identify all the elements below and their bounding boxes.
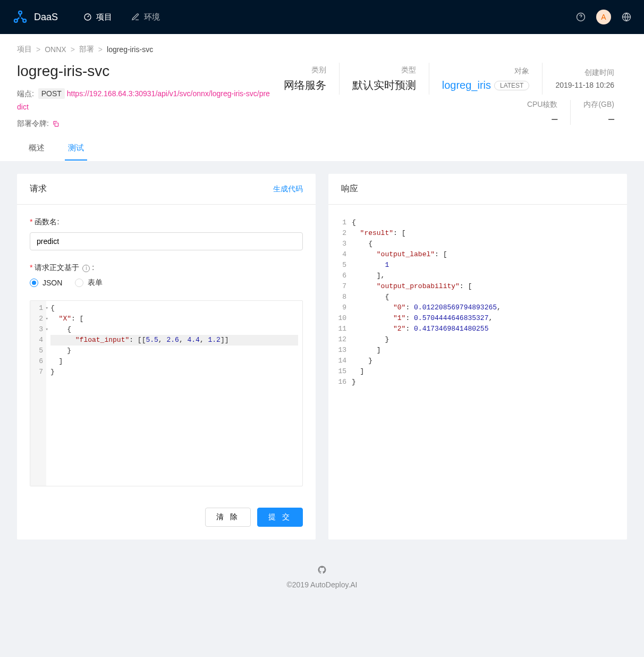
info-icon[interactable]: i — [82, 265, 90, 272]
tabs: 概述 测试 — [17, 136, 627, 161]
page-title: logreg-iris-svc — [17, 63, 271, 80]
footer: ©2019 AutoDeploy.AI — [0, 552, 644, 602]
breadcrumb-onnx[interactable]: ONNX — [45, 45, 66, 54]
tab-test[interactable]: 测试 — [56, 136, 96, 161]
meta-row1: 类别 网络服务 类型 默认实时预测 对象 logreg_irisLATEST 创… — [271, 63, 627, 95]
request-card: 请求 生成代码 *函数名: *请求正文基于 i : JSON 表单 123456… — [17, 174, 316, 540]
header-left: DaaS 项目 环境 — [13, 10, 160, 24]
help-icon[interactable] — [576, 12, 586, 22]
response-gutter: 12345678910111213141516 — [333, 217, 352, 388]
copy-icon[interactable] — [52, 120, 60, 128]
meta-object-value: logreg_irisLATEST — [442, 79, 530, 91]
meta-row2: CPU核数 – 内存(GB) – — [271, 100, 627, 125]
response-card: 响应 12345678910111213141516 { "result": [… — [328, 174, 627, 540]
meta-object-label: 对象 — [442, 66, 530, 76]
breadcrumb-deploy[interactable]: 部署 — [79, 45, 94, 54]
request-gutter: 1234567 — [30, 301, 46, 486]
nav-projects[interactable]: 项目 — [83, 12, 112, 22]
radio-form[interactable]: 表单 — [75, 278, 103, 288]
deploy-token: 部署令牌: — [17, 119, 271, 129]
meta-type-label: 类型 — [352, 65, 416, 75]
meta-created-label: 创建时间 — [555, 68, 614, 78]
avatar-letter: A — [601, 13, 606, 21]
func-name-text: 函数名: — [35, 217, 59, 226]
radio-form-label: 表单 — [88, 278, 103, 288]
breadcrumb: 项目 > ONNX > 部署 > logreg-iris-svc — [17, 45, 627, 54]
response-header: 响应 — [328, 174, 627, 205]
breadcrumb-current: logreg-iris-svc — [107, 45, 153, 54]
request-header: 请求 生成代码 — [17, 174, 316, 205]
meta-type: 类型 默认实时预测 — [339, 63, 429, 95]
page-title-left: logreg-iris-svc 端点: POST https://192.168… — [17, 63, 271, 129]
tab-overview[interactable]: 概述 — [17, 136, 56, 161]
meta-category: 类别 网络服务 — [271, 63, 339, 95]
meta-mem-value: – — [583, 113, 614, 125]
brand-logo[interactable]: DaaS — [13, 10, 58, 24]
header-right: A — [576, 10, 631, 24]
globe-icon[interactable] — [622, 12, 631, 22]
object-tag: LATEST — [494, 81, 529, 90]
page-title-row: logreg-iris-svc 端点: POST https://192.168… — [17, 63, 627, 129]
nav-envs[interactable]: 环境 — [131, 12, 160, 22]
meta-category-value: 网络服务 — [284, 78, 326, 92]
endpoint-label: 端点: — [17, 89, 34, 98]
meta-cpu-value: – — [527, 113, 558, 125]
meta-cpu: CPU核数 – — [514, 100, 571, 125]
meta-mem: 内存(GB) – — [570, 100, 627, 125]
response-title: 响应 — [341, 183, 358, 195]
request-code[interactable]: { "X": [ { "float_input": [[5.5, 2.6, 4.… — [46, 301, 302, 486]
app-header: DaaS 项目 环境 A — [0, 0, 644, 34]
endpoint: 端点: POST https://192.168.64.3:30931/api/… — [17, 87, 271, 114]
radio-dot-icon — [30, 279, 38, 287]
request-editor[interactable]: 1234567 { "X": [ { "float_input": [[5.5,… — [30, 300, 303, 486]
request-actions: 清 除 提 交 — [17, 499, 316, 540]
breadcrumb-sep: > — [36, 45, 40, 54]
request-title: 请求 — [30, 183, 47, 195]
response-editor[interactable]: 12345678910111213141516 { "result": [ { … — [328, 205, 627, 400]
meta-created: 创建时间 2019-11-18 10:26 — [542, 63, 627, 95]
breadcrumb-sep: > — [98, 45, 103, 54]
logo-icon — [13, 10, 28, 24]
svg-rect-6 — [55, 123, 58, 127]
object-link[interactable]: logreg_iris — [442, 79, 491, 91]
dashboard-icon — [83, 13, 92, 21]
brand-name: DaaS — [34, 12, 58, 23]
request-body: *函数名: *请求正文基于 i : JSON 表单 1234567 { "X":… — [17, 205, 316, 499]
edit-icon — [131, 13, 140, 21]
generate-code-link[interactable]: 生成代码 — [273, 184, 303, 194]
github-icon[interactable] — [317, 565, 327, 575]
top-nav: 项目 环境 — [83, 12, 160, 22]
nav-projects-label: 项目 — [96, 12, 112, 22]
func-name-input[interactable] — [30, 232, 303, 250]
body-basis-text: 请求正文基于 — [35, 263, 79, 272]
meta-block: 类别 网络服务 类型 默认实时预测 对象 logreg_irisLATEST 创… — [271, 63, 627, 129]
meta-created-value: 2019-11-18 10:26 — [555, 81, 614, 89]
http-method: POST — [38, 88, 65, 99]
radio-json[interactable]: JSON — [30, 278, 62, 288]
meta-category-label: 类别 — [284, 65, 326, 75]
radio-json-label: JSON — [43, 279, 62, 287]
avatar[interactable]: A — [596, 10, 611, 24]
body-radio-group: JSON 表单 — [30, 278, 303, 288]
nav-envs-label: 环境 — [144, 12, 160, 22]
main: 请求 生成代码 *函数名: *请求正文基于 i : JSON 表单 123456… — [0, 161, 644, 552]
radio-dot-icon — [75, 279, 83, 287]
func-name-label: *函数名: — [30, 217, 303, 227]
clear-button[interactable]: 清 除 — [205, 508, 251, 527]
breadcrumb-sep: > — [71, 45, 75, 54]
content-header: 项目 > ONNX > 部署 > logreg-iris-svc logreg-… — [0, 34, 644, 161]
body-basis-label: *请求正文基于 i : — [30, 263, 303, 273]
meta-object: 对象 logreg_irisLATEST — [429, 63, 543, 95]
meta-mem-label: 内存(GB) — [583, 100, 614, 110]
response-code[interactable]: { "result": [ { "output_label": [ 1 ], "… — [352, 217, 623, 388]
submit-button[interactable]: 提 交 — [257, 508, 303, 527]
func-name-item: *函数名: — [30, 217, 303, 250]
meta-type-value: 默认实时预测 — [352, 78, 416, 92]
breadcrumb-projects[interactable]: 项目 — [17, 45, 32, 54]
token-label: 部署令牌: — [17, 119, 49, 129]
svg-point-0 — [19, 11, 22, 14]
meta-cpu-label: CPU核数 — [527, 100, 558, 110]
copyright: ©2019 AutoDeploy.AI — [13, 580, 631, 589]
body-basis-item: *请求正文基于 i : JSON 表单 — [30, 263, 303, 288]
